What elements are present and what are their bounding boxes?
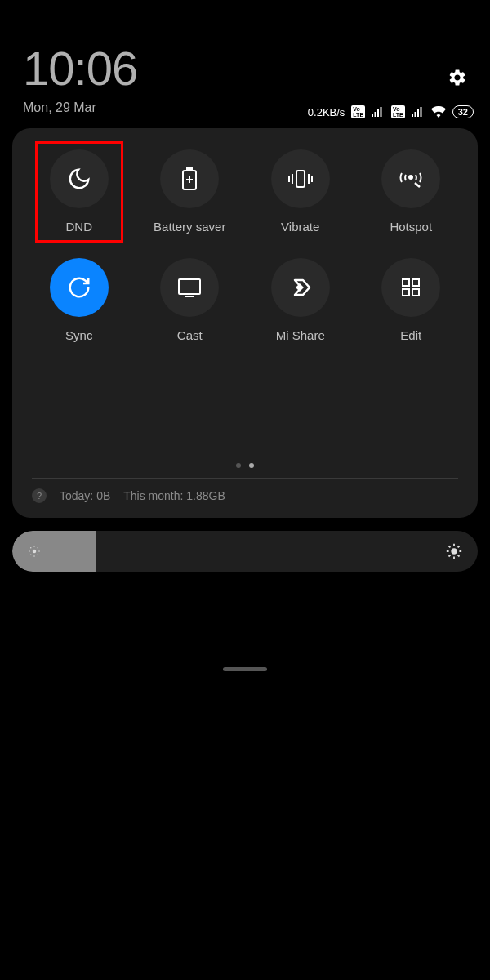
settings-button[interactable] xyxy=(448,68,467,87)
svg-point-17 xyxy=(33,550,37,554)
svg-rect-4 xyxy=(296,171,305,187)
svg-rect-6 xyxy=(288,176,290,182)
tile-vibrate[interactable]: Vibrate xyxy=(271,149,330,234)
usage-month: This month: 1.88GB xyxy=(123,489,225,502)
tile-hotspot[interactable]: Hotspot xyxy=(381,149,440,234)
clock-time: 10:06 xyxy=(23,45,137,92)
svg-rect-16 xyxy=(412,289,419,296)
tile-cast[interactable]: Cast xyxy=(160,258,219,342)
usage-today: Today: 0B xyxy=(60,489,110,502)
svg-point-26 xyxy=(451,548,457,554)
tile-edit[interactable]: Edit xyxy=(381,258,440,342)
battery-plus-icon xyxy=(180,167,198,191)
svg-point-23 xyxy=(38,555,39,556)
quick-settings-panel: DND Battery saver Vibrate Hotspot Sync xyxy=(12,128,478,518)
svg-point-20 xyxy=(29,550,30,552)
svg-point-22 xyxy=(30,547,32,549)
vibrate-icon xyxy=(287,168,314,189)
data-usage-row[interactable]: ? Today: 0B This month: 1.88GB xyxy=(32,488,458,503)
svg-rect-15 xyxy=(403,289,409,296)
svg-rect-11 xyxy=(179,279,200,294)
highlight-annotation xyxy=(35,141,123,243)
tile-label: Vibrate xyxy=(281,220,319,234)
svg-point-18 xyxy=(33,546,35,547)
divider xyxy=(32,478,458,479)
volte-icon-2: VoLTE xyxy=(391,105,405,118)
svg-point-21 xyxy=(38,550,40,552)
tile-mi-share[interactable]: Mi Share xyxy=(271,258,330,342)
help-icon: ? xyxy=(32,488,47,503)
brightness-slider[interactable] xyxy=(12,531,478,572)
svg-point-9 xyxy=(409,176,412,179)
battery-indicator: 32 xyxy=(452,105,474,118)
tile-label: Battery saver xyxy=(154,220,225,234)
svg-line-10 xyxy=(415,183,420,187)
sync-icon xyxy=(67,275,91,300)
svg-point-24 xyxy=(30,555,32,556)
grid-icon xyxy=(400,277,421,298)
svg-rect-1 xyxy=(187,167,192,171)
brightness-low-icon xyxy=(27,544,42,559)
svg-rect-13 xyxy=(403,279,409,286)
svg-rect-7 xyxy=(308,174,310,184)
home-indicator[interactable] xyxy=(223,667,267,671)
cast-icon xyxy=(176,277,203,298)
svg-rect-14 xyxy=(412,279,419,286)
tile-label: Edit xyxy=(400,328,421,342)
svg-point-19 xyxy=(33,555,35,557)
page-indicator xyxy=(32,463,458,468)
page-dot xyxy=(236,463,241,468)
hotspot-icon xyxy=(399,169,423,189)
svg-rect-8 xyxy=(311,176,313,182)
volte-icon-1: VoLTE xyxy=(351,105,365,118)
tile-sync[interactable]: Sync xyxy=(50,258,109,342)
tile-label: Mi Share xyxy=(276,328,325,342)
tile-battery-saver[interactable]: Battery saver xyxy=(154,149,225,234)
brightness-fill xyxy=(12,531,96,572)
page-dot-active xyxy=(249,463,254,468)
clock-date: Mon, 29 Mar xyxy=(23,100,137,115)
brightness-high-icon xyxy=(445,542,463,560)
wifi-icon xyxy=(431,106,446,118)
data-speed-indicator: 0.2KB/s xyxy=(308,106,345,118)
svg-point-25 xyxy=(38,547,39,549)
signal-icon-1 xyxy=(372,107,385,117)
mi-share-icon xyxy=(288,275,313,300)
tile-label: Sync xyxy=(65,328,92,342)
tile-label: Hotspot xyxy=(390,220,432,234)
tile-label: Cast xyxy=(177,328,203,342)
signal-icon-2 xyxy=(412,107,425,117)
tile-dnd[interactable]: DND xyxy=(50,149,109,234)
svg-rect-5 xyxy=(292,174,293,184)
gear-icon xyxy=(448,68,467,87)
